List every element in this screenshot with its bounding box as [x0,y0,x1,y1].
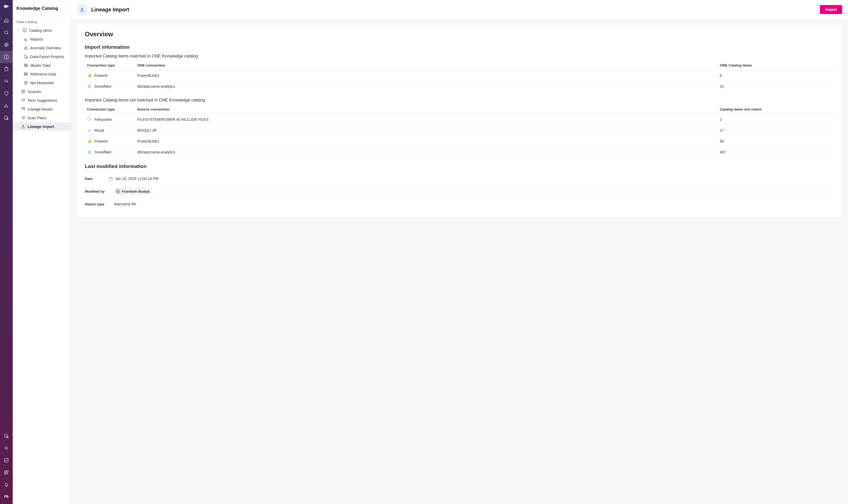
table-row: MssqlMSSQL/./IP17 [85,125,834,136]
tree-node-reference-data[interactable]: Reference Data [13,70,71,78]
icon-rail: FB [0,0,13,504]
tag-icon [21,98,25,103]
info-row-import-type: Import type Ataccama file [85,198,834,210]
tree-label: Data Export Projects [30,55,64,59]
tree-node-lineage-assets[interactable]: Lineage Assets [13,105,71,113]
chevron-down-icon [17,29,20,32]
rail-explore[interactable] [0,112,13,124]
th-source-connection: Source connection [135,105,718,114]
tree-label: Sources [28,90,41,94]
tree-node-catalog-items[interactable]: Catalog Items [13,26,71,35]
tree-node-scan-plans[interactable]: Scan Plans [13,113,71,122]
upload-icon [21,124,25,129]
th-catalog-items-wo-match: Catalog items w/o match [718,105,834,114]
info-label-modified-by: Modified by [85,190,108,194]
th-connection-type: Connection type [85,105,135,114]
user-chip[interactable]: František Budiaš [114,188,152,195]
sources-icon [21,89,25,94]
info-row-date: Date Jan 10, 2025 12:00:10 PM [85,173,834,184]
sidebar-section-label: Data Catalog [13,16,71,25]
rail-home[interactable] [0,14,13,26]
rail-user-avatar[interactable]: FB [0,491,13,502]
cell-connection: FILESYSTEM/POWER BI INCLUDE FILES [135,114,718,125]
main-area: Lineage Import Import Overview Import in… [71,0,848,504]
rail-config[interactable] [0,75,13,87]
mssql-icon [87,128,92,133]
tree-node-data-export-projects[interactable]: Data Export Projects [13,52,71,61]
th-connection-type: Connection type [85,61,135,70]
cell-connection-type: Snowflake [94,150,112,154]
last-modified-heading: Last modified information [85,163,834,169]
tree-node-lineage-import[interactable]: Lineage Import [13,122,71,131]
lineage-icon [21,107,25,111]
alert-icon [23,46,28,50]
tree-label: Master Data [30,63,50,68]
overview-heading: Overview [85,31,834,38]
info-value-date: Jan 10, 2025 12:00:10 PM [115,177,159,181]
rail-analytics[interactable] [0,100,13,112]
chart-icon [23,37,28,41]
filesystem-icon [87,117,92,122]
cell-connection-type: Powerbi [94,73,108,78]
info-label-date: Date [85,177,102,181]
tree-node-reports[interactable]: Reports [13,35,71,43]
table-row: FilesystemFILESYSTEM/POWER BI INCLUDE FI… [85,114,834,125]
table-row: PowerbiPowerBIJob16 [85,70,834,81]
tree-node-term-suggestions[interactable]: Term Suggestions [13,96,71,105]
rail-knowledge-catalog[interactable] [0,51,13,63]
rail-search[interactable] [0,26,13,39]
app-logo[interactable] [3,3,10,10]
tree-label: Reports [30,37,43,41]
cell-count: 497 [718,147,834,158]
overview-card: Overview Import information Imported Cat… [77,25,842,217]
rail-shield[interactable] [0,87,13,100]
table-row: Snowflakedbt/ataccama-analytics10 [85,81,834,92]
sidebar-tree: Catalog Items Reports Anomaly Overview D… [13,25,71,133]
rail-clipboard[interactable] [0,63,13,75]
user-chip-name: František Budiaš [122,190,150,194]
powerbi-icon [87,139,92,144]
matched-subhead: Imported Catalog items matched in ONE Kn… [85,54,834,58]
rail-apps[interactable] [0,466,13,479]
tree-label: Catalog Items [29,28,52,33]
tree-node-not-monitored[interactable]: Not Monitored [13,78,71,87]
sidebar-title: Knowledge Catalog [13,0,71,16]
th-one-catalog-items: ONE Catalog items [718,61,834,70]
cell-count: 2 [718,114,834,125]
table-icon [23,63,28,68]
tree-node-sources[interactable]: Sources [13,87,71,96]
page-title: Lineage Import [91,7,129,13]
cell-connection-type: Mssql [94,128,104,132]
import-button[interactable]: Import [820,5,842,14]
export-icon [23,54,28,59]
rail-notifications[interactable] [0,479,13,491]
tree-label: Lineage Import [28,125,54,129]
info-row-modified-by: Modified by František Budiaš [85,184,834,198]
cell-connection-type: Filesystem [94,118,112,122]
table-row: Snowflakedbt/ataccama-analytics497 [85,147,834,158]
rail-audit[interactable] [0,430,13,442]
cell-count: 56 [718,136,834,147]
rail-targets[interactable] [0,39,13,51]
cell-connection-type: Snowflake [94,84,112,89]
tree-label: Term Suggestions [28,98,57,103]
tree-node-anomaly-overview[interactable]: Anomaly Overview [13,43,71,52]
cell-connection: PowerBIJob1 [135,70,718,81]
tree-label: Reference Data [30,72,56,76]
tree-label: Not Monitored [30,81,54,85]
page-icon-upload [77,4,88,15]
info-value-import-type: Ataccama file [114,202,136,206]
matched-table: Connection type ONE connection ONE Catal… [85,61,834,92]
cell-count: 6 [718,70,834,81]
cell-connection-type: Powerbi [94,139,108,143]
table-icon [23,72,28,76]
cell-connection: PowerBIJob1 [135,136,718,147]
rail-tasks[interactable] [0,454,13,466]
tree-node-master-data[interactable]: Master Data [13,61,71,70]
rail-settings[interactable] [0,442,13,454]
scan-icon [21,115,25,120]
cell-connection: dbt/ataccama-analytics [135,147,718,158]
book-icon [22,28,27,33]
user-icon [115,189,120,194]
calendar-icon [109,177,113,181]
